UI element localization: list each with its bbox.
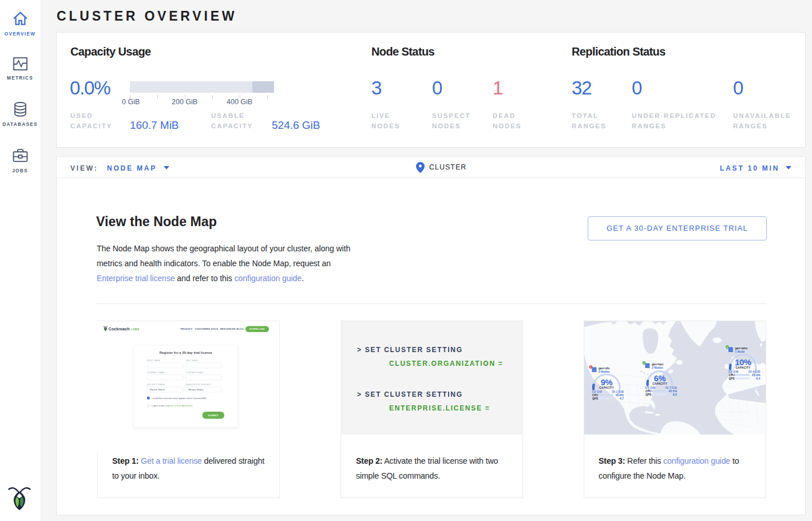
svg-text:43.7 GiB: 43.7 GiB [665,386,677,389]
svg-text:CAPACITY: CAPACITY [652,382,667,385]
svg-text:3.7 GiB: 3.7 GiB [645,386,655,389]
svg-text:CAPACITY: CAPACITY [736,366,751,369]
svg-text:geo=nyc: geo=nyc [652,362,664,366]
svg-text:1 Node: 1 Node [735,350,745,353]
svg-text:2 Nodes: 2 Nodes [652,366,663,369]
svg-text:CAPACITY: CAPACITY [599,386,614,389]
svg-text:35.1 GiB: 35.1 GiB [612,390,624,393]
svg-text:6%: 6% [654,374,666,383]
svg-text:3.6 GiB: 3.6 GiB [728,370,739,373]
svg-text:10%: 10% [735,358,751,367]
svg-text:34.4 GiB: 34.4 GiB [748,370,760,373]
svg-text:9%: 9% [601,378,613,387]
svg-text:0.0: 0.0 [673,393,677,396]
svg-text:QPS: QPS [729,377,735,380]
svg-text:CPU: CPU [729,374,735,377]
svg-text:geo=ams: geo=ams [735,346,748,350]
svg-text:3.2 GiB: 3.2 GiB [592,390,602,393]
svg-text:QPS: QPS [592,397,599,400]
svg-text:4.7: 4.7 [620,397,624,400]
svg-text:0.4: 0.4 [756,377,760,380]
svg-text:CPU: CPU [592,394,599,397]
svg-text:QPS: QPS [645,393,652,396]
svg-text:geo=sfo: geo=sfo [599,366,609,370]
svg-text:2 Nodes: 2 Nodes [599,370,610,373]
svg-text:CPU: CPU [645,390,652,393]
